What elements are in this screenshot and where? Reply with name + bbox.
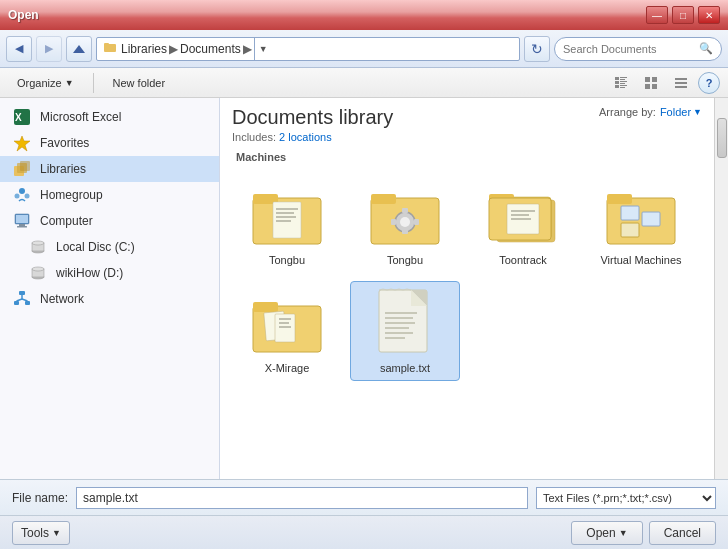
- view-details-button[interactable]: [608, 72, 634, 94]
- svg-rect-64: [511, 214, 529, 216]
- file-label-tongbu2: Tongbu: [387, 254, 423, 266]
- svg-rect-12: [652, 77, 657, 82]
- address-path[interactable]: Libraries ▶ Documents ▶ ▼: [96, 37, 520, 61]
- organize-button[interactable]: Organize ▼: [8, 72, 83, 94]
- address-bar: ◀ ▶ Libraries ▶ Documents ▶ ▼ ↻ 🔍: [0, 30, 728, 68]
- svg-rect-29: [19, 224, 25, 226]
- svg-rect-86: [385, 337, 405, 339]
- svg-rect-13: [645, 84, 650, 89]
- filetype-select[interactable]: Text Files (*.prn;*.txt;*.csv): [536, 487, 716, 509]
- path-sep2: ▶: [243, 42, 252, 56]
- path-sep1: ▶: [169, 42, 178, 56]
- sidebar-item-favorites[interactable]: Favorites: [0, 130, 219, 156]
- sidebar-label-libraries: Libraries: [40, 162, 86, 176]
- close-button[interactable]: ✕: [698, 6, 720, 24]
- scrollbar-thumb[interactable]: [717, 118, 727, 158]
- file-label-virtual-machines: Virtual Machines: [600, 254, 681, 266]
- search-input[interactable]: [563, 43, 695, 55]
- svg-line-41: [17, 299, 23, 301]
- main-area: X Microsoft Excel Favorites Libraries: [0, 98, 728, 479]
- content-title: Documents library: [232, 106, 393, 129]
- toolbar-separator: [93, 73, 94, 93]
- refresh-button[interactable]: ↻: [524, 36, 550, 62]
- svg-rect-14: [652, 84, 657, 89]
- maximize-button[interactable]: □: [672, 6, 694, 24]
- up-button[interactable]: [66, 36, 92, 62]
- filename-label: File name:: [12, 491, 68, 505]
- sidebar-label-favorites: Favorites: [40, 136, 89, 150]
- help-button[interactable]: ?: [698, 72, 720, 94]
- arrange-prefix: Arrange by:: [599, 106, 656, 118]
- file-label-toontrack: Toontrack: [499, 254, 547, 266]
- svg-rect-8: [615, 85, 619, 88]
- svg-rect-67: [607, 194, 632, 204]
- file-item-tongbu2[interactable]: Tongbu: [350, 173, 460, 273]
- arrange-dropdown[interactable]: Folder ▼: [660, 106, 702, 118]
- svg-marker-20: [14, 136, 30, 151]
- file-item-tongbu1[interactable]: Tongbu: [232, 173, 342, 273]
- folder-icon-toontrack: [483, 180, 563, 252]
- svg-rect-30: [17, 226, 27, 228]
- excel-icon: X: [12, 108, 32, 126]
- forward-button[interactable]: ▶: [36, 36, 62, 62]
- content-header: Documents library Includes: 2 locations …: [232, 106, 702, 143]
- svg-rect-2: [615, 77, 619, 80]
- file-item-toontrack[interactable]: Toontrack: [468, 173, 578, 273]
- sidebar-label-network: Network: [40, 292, 84, 306]
- svg-line-42: [22, 299, 28, 301]
- tools-dropdown-icon: ▼: [52, 528, 61, 538]
- back-button[interactable]: ◀: [6, 36, 32, 62]
- file-item-sample-txt[interactable]: sample.txt: [350, 281, 460, 381]
- file-label-sample-txt: sample.txt: [380, 362, 430, 374]
- svg-rect-54: [402, 208, 408, 213]
- scrollbar[interactable]: [714, 98, 728, 479]
- tools-button[interactable]: Tools ▼: [12, 521, 70, 545]
- sidebar-label-homegroup: Homegroup: [40, 188, 103, 202]
- svg-rect-77: [279, 326, 291, 328]
- filename-input[interactable]: [76, 487, 528, 509]
- folder-icon-virtual-machines: [601, 180, 681, 252]
- sidebar-label-wikihow: wikiHow (D:): [56, 266, 123, 280]
- cancel-label: Cancel: [664, 526, 701, 540]
- new-folder-button[interactable]: New folder: [104, 72, 175, 94]
- sidebar-item-computer[interactable]: Computer: [0, 208, 219, 234]
- view-extra-button[interactable]: [668, 72, 694, 94]
- svg-rect-72: [253, 302, 278, 312]
- sidebar-item-libraries[interactable]: Libraries: [0, 156, 219, 182]
- sidebar-item-excel[interactable]: X Microsoft Excel: [0, 104, 219, 130]
- path-libraries: Libraries: [121, 42, 167, 56]
- svg-point-36: [32, 267, 44, 271]
- path-dropdown[interactable]: ▼: [254, 37, 272, 61]
- view-icons-button[interactable]: [638, 72, 664, 94]
- svg-rect-51: [371, 194, 396, 204]
- action-bar: Tools ▼ Open ▼ Cancel: [0, 515, 728, 549]
- file-item-x-mirage[interactable]: X-Mirage: [232, 281, 342, 381]
- star-icon: [12, 134, 32, 152]
- cancel-button[interactable]: Cancel: [649, 521, 716, 545]
- path-documents: Documents: [180, 42, 241, 56]
- svg-rect-48: [276, 216, 296, 218]
- network-icon: [12, 290, 32, 308]
- sidebar-item-network[interactable]: Network: [0, 286, 219, 312]
- organize-dropdown-icon: ▼: [65, 78, 74, 88]
- svg-text:X: X: [15, 112, 22, 123]
- svg-rect-63: [511, 210, 535, 212]
- section-machines: Machines: [236, 151, 702, 163]
- sidebar-item-homegroup[interactable]: Homegroup: [0, 182, 219, 208]
- svg-rect-84: [385, 327, 409, 329]
- open-button[interactable]: Open ▼: [571, 521, 642, 545]
- homegroup-icon: [12, 186, 32, 204]
- svg-rect-37: [19, 291, 25, 295]
- file-item-virtual-machines[interactable]: Virtual Machines: [586, 173, 696, 273]
- minimize-button[interactable]: —: [646, 6, 668, 24]
- sidebar-item-local-disc[interactable]: Local Disc (C:): [0, 234, 219, 260]
- sidebar-item-wikihow[interactable]: wikiHow (D:): [0, 260, 219, 286]
- svg-rect-47: [276, 212, 294, 214]
- locations-link[interactable]: 2 locations: [279, 131, 332, 143]
- svg-rect-15: [675, 78, 687, 80]
- txt-file-icon: [365, 288, 445, 360]
- content-area: Documents library Includes: 2 locations …: [220, 98, 714, 479]
- svg-rect-1: [104, 43, 109, 46]
- svg-rect-3: [620, 77, 627, 78]
- svg-rect-69: [642, 212, 660, 226]
